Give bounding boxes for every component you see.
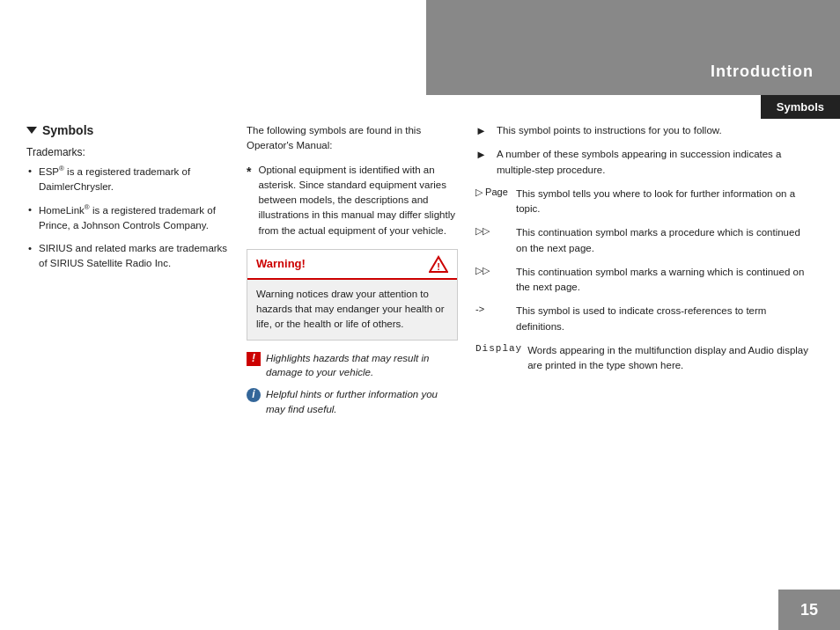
symbol-text-2: A number of these symbols appearing in s… — [497, 147, 814, 178]
symbol-row-display: Display Words appearing in the multifunc… — [475, 343, 814, 374]
list-item: SIRIUS and related marks are trademarks … — [26, 241, 229, 270]
list-item: HomeLink® is a registered trademark of P… — [26, 202, 229, 232]
header-title: Introduction — [711, 62, 814, 81]
triangle-down-icon — [26, 127, 37, 134]
warning-triangle-icon: ! — [429, 255, 448, 273]
arrow-text-text: This symbol is used to indicate cross-re… — [516, 304, 814, 334]
symbols-tab-label: Symbols — [777, 100, 824, 114]
middle-column: The following symbols are found in this … — [247, 114, 458, 586]
symbol-row-arrow-text: -> This symbol is used to indicate cross… — [475, 304, 814, 334]
warning-label: Warning! — [256, 257, 306, 270]
symbol-text-1: This symbol points to instructions for y… — [497, 123, 814, 138]
arrow-text-marker: -> — [475, 304, 511, 314]
page-marker-3: ▷▷ — [475, 265, 511, 276]
arrow-icon-1: ► — [475, 124, 491, 137]
hazard-icon: ! — [247, 352, 261, 366]
warning-body: Warning notices draw your attention to h… — [247, 280, 457, 340]
display-marker: Display — [475, 343, 522, 354]
asterisk-symbol: * — [247, 165, 251, 238]
hazard-line: ! Highlights hazards that may result in … — [247, 351, 458, 380]
symbol-row-page-1: ▷ Page This symbol tells you where to lo… — [475, 187, 814, 217]
middle-intro-text: The following symbols are found in this … — [247, 123, 458, 154]
hazard-text: Highlights hazards that may result in da… — [266, 351, 458, 380]
asterisk-block: * Optional equipment is identified with … — [247, 163, 458, 238]
left-column: Symbols Trademarks: ESP® is a registered… — [26, 114, 229, 586]
page-text-3: This continuation symbol marks a warning… — [516, 265, 814, 296]
warning-header: Warning! ! — [247, 250, 457, 280]
display-text: Words appearing in the multifunction dis… — [527, 343, 814, 374]
svg-text:!: ! — [437, 261, 440, 272]
warning-box: Warning! ! Warning notices draw your att… — [247, 249, 458, 341]
info-line: i Helpful hints or further information y… — [247, 387, 458, 416]
symbol-row-2: ► A number of these symbols appearing in… — [475, 147, 814, 178]
section-heading: Symbols — [26, 123, 229, 137]
right-column: ► This symbol points to instructions for… — [475, 114, 814, 586]
page-number-box: 15 — [778, 590, 840, 630]
arrow-icon-2: ► — [475, 148, 491, 161]
info-text: Helpful hints or further information you… — [266, 387, 458, 416]
page-text-1: This symbol tells you where to look for … — [516, 187, 814, 217]
header-bar: Introduction — [426, 0, 840, 95]
page-marker-2: ▷▷ — [475, 225, 511, 237]
trademark-list: ESP® is a registered trademark of Daimle… — [26, 164, 229, 271]
asterisk-text: Optional equipment is identified with an… — [258, 163, 458, 238]
main-content: Symbols Trademarks: ESP® is a registered… — [0, 114, 840, 586]
trademarks-label: Trademarks: — [26, 146, 229, 158]
info-icon: i — [247, 388, 261, 402]
list-item: ESP® is a registered trademark of Daimle… — [26, 164, 229, 194]
symbol-row-page-2: ▷▷ This continuation symbol marks a proc… — [475, 225, 814, 256]
section-title: Symbols — [42, 123, 93, 137]
symbol-row-1: ► This symbol points to instructions for… — [475, 123, 814, 138]
page-text-2: This continuation symbol marks a procedu… — [516, 225, 814, 256]
page-number: 15 — [800, 601, 818, 619]
symbol-row-page-3: ▷▷ This continuation symbol marks a warn… — [475, 265, 814, 296]
page-marker-1: ▷ Page — [475, 187, 511, 198]
